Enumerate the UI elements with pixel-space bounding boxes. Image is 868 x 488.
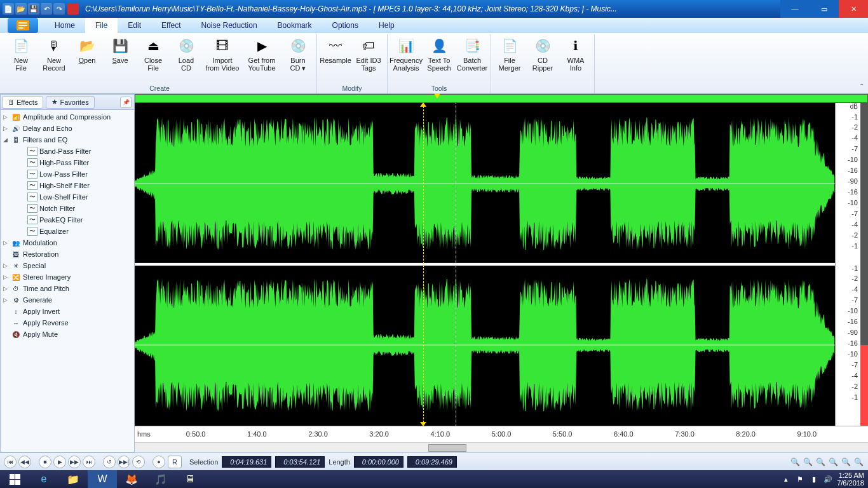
burn-cd-icon: 💿 bbox=[288, 36, 308, 56]
file-merger-icon: 📄 bbox=[499, 36, 520, 56]
tree-node-generate[interactable]: ▷⚙Generate bbox=[1, 294, 134, 306]
waveform-canvas[interactable] bbox=[135, 103, 835, 426]
tray-up-icon[interactable]: ▴ bbox=[781, 474, 791, 484]
import-video-button[interactable]: 🎞Import from Video bbox=[203, 34, 241, 85]
taskbar-clock[interactable]: 1:25 AM 7/6/2018 bbox=[837, 471, 864, 487]
transport-btn-0[interactable]: ⏮ bbox=[4, 456, 17, 468]
overview-bar[interactable] bbox=[135, 94, 868, 103]
save-button[interactable]: 💾Save bbox=[104, 34, 136, 85]
minimize-button[interactable]: ― bbox=[780, 0, 810, 18]
tab-noise-reduction[interactable]: Noise Reduction bbox=[191, 18, 268, 33]
taskbar-explorer[interactable]: 📁 bbox=[58, 470, 88, 488]
zoom-btn-1[interactable]: 🔍 bbox=[802, 456, 813, 468]
open-button[interactable]: 📂Open bbox=[71, 34, 103, 85]
transport-btn-3[interactable]: ▶ bbox=[53, 456, 66, 468]
effects-icon: 🎚 bbox=[8, 98, 15, 106]
import-video-icon: 🎞 bbox=[212, 36, 233, 56]
tree-node-stereo-imagery[interactable]: ▷🔀Stereo Imagery bbox=[1, 271, 134, 283]
transport-btn-7[interactable]: ▶▶| bbox=[118, 456, 130, 468]
tree-node-high-shelf-filter[interactable]: 〜High-Shelf Filter bbox=[20, 180, 134, 191]
time-ruler[interactable]: hms 0:50.01:40.02:30.03:20.04:10.05:00.0… bbox=[135, 426, 868, 442]
taskbar-word[interactable]: W bbox=[88, 470, 117, 488]
taskbar-app-1[interactable]: 🎵 bbox=[146, 470, 175, 488]
tab-home[interactable]: Home bbox=[44, 18, 85, 33]
tray-network-icon[interactable]: ▮ bbox=[809, 474, 819, 484]
tab-favorites[interactable]: ★Favorites bbox=[46, 96, 94, 109]
transport-btn-9[interactable]: ● bbox=[153, 456, 165, 468]
pin-panel-button[interactable]: 📌 bbox=[120, 97, 132, 108]
tree-node-apply-reverse[interactable]: ↔Apply Reverse bbox=[1, 317, 134, 329]
qat-save-icon[interactable]: 💾 bbox=[28, 3, 39, 15]
qat-undo-icon[interactable]: ↶ bbox=[41, 3, 52, 15]
tree-node-restoration[interactable]: 🖼Restoration bbox=[1, 248, 134, 260]
wma-info-button[interactable]: ℹWMA Info bbox=[560, 34, 592, 85]
tree-node-modulation[interactable]: ▷👥Modulation bbox=[1, 237, 134, 248]
new-file-button[interactable]: 📄New File bbox=[5, 34, 37, 85]
tree-node-apply-invert[interactable]: ↕Apply Invert bbox=[1, 306, 134, 317]
qat-redo-icon[interactable]: ↷ bbox=[53, 3, 65, 15]
tree-node-equalizer[interactable]: 〜Equalizer bbox=[20, 226, 134, 237]
transport-btn-4[interactable]: ▶▶ bbox=[68, 456, 81, 468]
tray-flag-icon[interactable]: ⚑ bbox=[795, 474, 805, 484]
close-file-button[interactable]: ⏏Close File bbox=[137, 34, 169, 85]
tray-volume-icon[interactable]: 🔊 bbox=[823, 474, 833, 484]
tree-node-notch-filter[interactable]: 〜Notch Filter bbox=[20, 203, 134, 214]
tree-node-time-and-pitch[interactable]: ▷⏱Time and Pitch bbox=[1, 283, 134, 294]
new-record-button[interactable]: 🎙New Record bbox=[38, 34, 70, 85]
ribbon-group-tools: 📊Frequency Analysis👤Text To Speech📑Batch… bbox=[388, 34, 491, 93]
edit-id3-button[interactable]: 🏷Edit ID3 Tags bbox=[353, 34, 384, 85]
tab-help[interactable]: Help bbox=[369, 18, 405, 33]
text-to-speech-button[interactable]: 👤Text To Speech bbox=[423, 34, 455, 85]
start-button[interactable] bbox=[0, 470, 29, 488]
transport-btn-8[interactable]: ⟲ bbox=[132, 456, 145, 468]
tree-node-peakeq-filter[interactable]: 〜PeakEQ Filter bbox=[20, 214, 134, 226]
batch-converter-button[interactable]: 📑Batch Converter bbox=[456, 34, 488, 85]
tab-effects[interactable]: 🎚Effects bbox=[2, 96, 43, 109]
record-button[interactable]: R bbox=[168, 456, 182, 468]
ribbon-collapse-icon[interactable]: ⌃ bbox=[859, 83, 864, 90]
taskbar-app-2[interactable]: 🖥 bbox=[175, 470, 205, 488]
db-tick: -7 bbox=[851, 296, 858, 304]
transport-btn-1[interactable]: ◀◀ bbox=[18, 456, 31, 468]
scrollbar-thumb[interactable] bbox=[428, 444, 466, 452]
tab-options[interactable]: Options bbox=[322, 18, 369, 33]
taskbar-firefox[interactable]: 🦊 bbox=[117, 470, 146, 488]
freq-analysis-button[interactable]: 📊Frequency Analysis bbox=[390, 34, 422, 85]
transport-btn-2[interactable]: ■ bbox=[39, 456, 51, 468]
file-merger-button[interactable]: 📄File Merger bbox=[494, 34, 526, 85]
tree-node-low-shelf-filter[interactable]: 〜Low-Shelf Filter bbox=[20, 191, 134, 203]
tab-effect[interactable]: Effect bbox=[151, 18, 191, 33]
tree-node-filters-and-eq[interactable]: ◢🎛Filters and EQ bbox=[1, 134, 134, 146]
qat-new-icon[interactable]: 📄 bbox=[3, 3, 14, 15]
zoom-btn-0[interactable]: 🔍 bbox=[789, 456, 801, 468]
horizontal-scrollbar[interactable] bbox=[135, 442, 868, 452]
editor-area: dB -1-2-4-7-10-16-90-16-10-7-4-2-1-1-2-4… bbox=[135, 94, 868, 452]
tree-node-high-pass-filter[interactable]: 〜High-Pass Filter bbox=[20, 157, 134, 168]
cd-ripper-button[interactable]: 💿CD Ripper bbox=[527, 34, 559, 85]
db-scale: dB -1-2-4-7-10-16-90-16-10-7-4-2-1-1-2-4… bbox=[835, 103, 860, 426]
qat-open-icon[interactable]: 📂 bbox=[15, 3, 27, 15]
taskbar-ie[interactable]: e bbox=[29, 470, 58, 488]
tree-node-special[interactable]: ▷✳Special bbox=[1, 260, 134, 271]
tab-bookmark[interactable]: Bookmark bbox=[268, 18, 322, 33]
zoom-btn-2[interactable]: 🔍 bbox=[815, 456, 826, 468]
load-cd-button[interactable]: 💿Load CD bbox=[170, 34, 202, 85]
tree-node-band-pass-filter[interactable]: 〜Band-Pass Filter bbox=[20, 146, 134, 157]
tab-edit[interactable]: Edit bbox=[118, 18, 151, 33]
app-menu-button[interactable] bbox=[8, 18, 38, 33]
transport-btn-5[interactable]: ⏭ bbox=[83, 456, 95, 468]
maximize-button[interactable]: ▭ bbox=[810, 0, 839, 18]
tab-file[interactable]: File bbox=[85, 18, 118, 33]
tree-node-apply-mute[interactable]: 🔇Apply Mute bbox=[1, 329, 134, 340]
burn-cd-button[interactable]: 💿Burn CD ▾ bbox=[282, 34, 314, 85]
tree-node-low-pass-filter[interactable]: 〜Low-Pass Filter bbox=[20, 168, 134, 180]
transport-btn-6[interactable]: ↺ bbox=[103, 456, 116, 468]
get-youtube-button[interactable]: ▶Get from YouTube bbox=[243, 34, 281, 85]
tree-node-amplitude-and-compression[interactable]: ▷📶Amplitude and Compression bbox=[1, 111, 134, 123]
zoom-btn-5[interactable]: 🔍 bbox=[853, 456, 864, 468]
zoom-btn-4[interactable]: 🔍 bbox=[840, 456, 851, 468]
zoom-btn-3[interactable]: 🔍 bbox=[827, 456, 839, 468]
resample-button[interactable]: 〰Resample bbox=[320, 34, 351, 85]
close-button[interactable]: ✕ bbox=[839, 0, 868, 18]
tree-node-delay-and-echo[interactable]: ▷🔊Delay and Echo bbox=[1, 123, 134, 134]
